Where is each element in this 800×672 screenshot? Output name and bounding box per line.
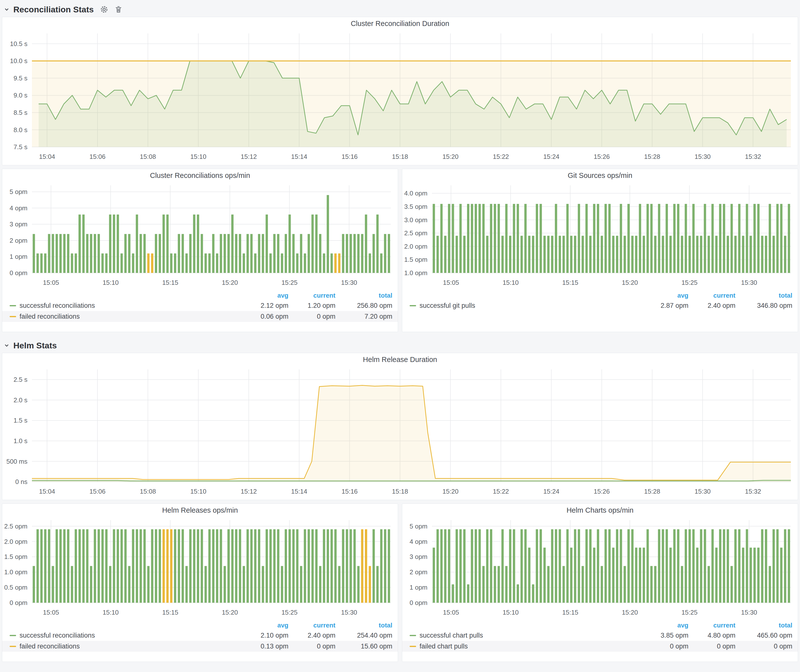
svg-text:15:08: 15:08 bbox=[140, 488, 156, 495]
legend-col-avg[interactable]: avg bbox=[242, 622, 288, 629]
chevron-down-icon[interactable] bbox=[3, 342, 10, 349]
svg-text:15:30: 15:30 bbox=[341, 279, 357, 286]
svg-text:1 opm: 1 opm bbox=[10, 253, 27, 260]
svg-text:3.5 opm: 3.5 opm bbox=[404, 203, 427, 210]
svg-text:15:25: 15:25 bbox=[682, 609, 698, 616]
legend-label: successful git pulls bbox=[419, 302, 642, 310]
legend-row-failed-chart-pulls[interactable]: failed chart pulls 0 opm 0 opm 0 opm bbox=[402, 641, 798, 652]
svg-text:2.0 s: 2.0 s bbox=[14, 396, 27, 404]
svg-text:4 opm: 4 opm bbox=[10, 204, 27, 212]
svg-text:15:24: 15:24 bbox=[543, 153, 559, 160]
svg-text:3 opm: 3 opm bbox=[410, 553, 427, 560]
svg-text:5 opm: 5 opm bbox=[410, 523, 427, 530]
legend-col-avg[interactable]: avg bbox=[242, 292, 288, 299]
svg-text:15:18: 15:18 bbox=[392, 153, 408, 160]
legend-avg: 2.12 opm bbox=[242, 302, 288, 310]
svg-text:1.0 opm: 1.0 opm bbox=[404, 269, 427, 277]
legend-header: avg current total bbox=[402, 621, 798, 630]
svg-text:1.5 opm: 1.5 opm bbox=[4, 553, 27, 560]
cluster-reconciliations-ops-chart[interactable]: 5 opm4 opm3 opm2 opm1 opm0 opm15:0515:10… bbox=[2, 182, 397, 291]
svg-text:1.5 opm: 1.5 opm bbox=[404, 256, 427, 263]
svg-text:15:20: 15:20 bbox=[442, 153, 458, 160]
legend-row-failed-reconciliations[interactable]: failed reconciliations 0.13 opm 0 opm 15… bbox=[2, 641, 398, 652]
svg-text:15:20: 15:20 bbox=[222, 279, 238, 286]
legend-helm-releases: avg current total successful reconciliat… bbox=[2, 621, 398, 653]
series-color-dash bbox=[10, 305, 16, 306]
legend-col-avg[interactable]: avg bbox=[642, 622, 688, 629]
svg-text:15:25: 15:25 bbox=[282, 609, 298, 616]
svg-text:0 opm: 0 opm bbox=[10, 599, 27, 606]
panel-title-helm-releases-ops[interactable]: Helm Releases ops/min bbox=[2, 504, 398, 517]
panel-helm-releases-ops: Helm Releases ops/min 2.5 opm2.0 opm1.5 … bbox=[2, 504, 398, 662]
legend-col-avg[interactable]: avg bbox=[642, 292, 688, 299]
section-title-reconciliation[interactable]: Reconciliation Stats bbox=[13, 5, 94, 14]
svg-text:15:06: 15:06 bbox=[89, 488, 106, 495]
svg-text:15:10: 15:10 bbox=[190, 488, 206, 495]
legend-col-current[interactable]: current bbox=[688, 292, 736, 299]
legend-total: 254.40 opm bbox=[336, 632, 392, 639]
svg-text:10.5 s: 10.5 s bbox=[10, 40, 27, 48]
legend-row-successful-reconciliations[interactable]: successful reconciliations 2.10 opm 2.40… bbox=[2, 630, 398, 641]
helm-release-duration-chart[interactable]: 2.5 s2.0 s1.5 s1.0 s500 ms0 ns15:0415:06… bbox=[2, 366, 797, 499]
legend-row-failed-reconciliations[interactable]: failed reconciliations 0.06 opm 0 opm 7.… bbox=[2, 311, 398, 322]
svg-text:15:32: 15:32 bbox=[745, 488, 761, 495]
chevron-down-icon[interactable] bbox=[3, 6, 10, 13]
svg-text:0 ns: 0 ns bbox=[15, 478, 27, 485]
trash-icon[interactable] bbox=[113, 4, 124, 15]
svg-text:15:22: 15:22 bbox=[493, 153, 509, 160]
svg-text:9.0 s: 9.0 s bbox=[14, 91, 27, 99]
svg-text:15:20: 15:20 bbox=[622, 279, 638, 286]
legend-col-current[interactable]: current bbox=[288, 292, 336, 299]
svg-text:4 opm: 4 opm bbox=[410, 538, 427, 545]
svg-text:15:05: 15:05 bbox=[43, 279, 59, 286]
panel-title-git-sources-ops[interactable]: Git Sources ops/min bbox=[402, 169, 798, 182]
series-color-dash bbox=[410, 305, 416, 306]
legend-row-successful-chart-pulls[interactable]: successful chart pulls 3.85 opm 4.80 opm… bbox=[402, 630, 798, 641]
legend-current: 4.80 opm bbox=[688, 632, 736, 639]
legend-col-current[interactable]: current bbox=[288, 622, 336, 629]
series-color-dash bbox=[10, 635, 16, 636]
svg-text:15:15: 15:15 bbox=[562, 279, 578, 286]
gear-icon[interactable] bbox=[99, 4, 110, 15]
section-helm-stats: Helm Stats bbox=[2, 338, 798, 353]
legend-current: 2.40 opm bbox=[288, 632, 336, 639]
git-sources-ops-chart[interactable]: 4.0 opm3.5 opm3.0 opm2.5 opm2.0 opm1.5 o… bbox=[402, 182, 797, 291]
panel-title-helm-charts-ops[interactable]: Helm Charts ops/min bbox=[402, 504, 798, 517]
section-title-helm[interactable]: Helm Stats bbox=[13, 341, 57, 350]
legend-total: 15.60 opm bbox=[336, 643, 392, 650]
svg-text:15:14: 15:14 bbox=[291, 153, 307, 160]
legend-col-total[interactable]: total bbox=[336, 292, 392, 299]
legend-row-successful-git-pulls[interactable]: successful git pulls 2.87 opm 2.40 opm 3… bbox=[402, 300, 798, 311]
svg-text:15:12: 15:12 bbox=[241, 488, 257, 495]
legend-col-total[interactable]: total bbox=[336, 622, 392, 629]
legend-col-total[interactable]: total bbox=[736, 292, 792, 299]
legend-total: 465.60 opm bbox=[736, 632, 792, 639]
svg-text:15:30: 15:30 bbox=[741, 609, 757, 616]
legend-row-successful-reconciliations[interactable]: successful reconciliations 2.12 opm 1.20… bbox=[2, 300, 398, 311]
helm-releases-ops-chart[interactable]: 2.5 opm2.0 opm1.5 opm1.0 opm0.5 opm0 opm… bbox=[2, 517, 397, 621]
legend-header: avg current total bbox=[402, 291, 798, 300]
legend-current: 2.40 opm bbox=[688, 302, 736, 310]
series-color-dash bbox=[410, 646, 416, 647]
panel-title-helm-release-duration[interactable]: Helm Release Duration bbox=[2, 353, 798, 366]
svg-text:15:26: 15:26 bbox=[594, 488, 610, 495]
helm-charts-ops-chart[interactable]: 5 opm4 opm3 opm2 opm1 opm0 opm15:0515:10… bbox=[402, 517, 797, 621]
svg-text:15:30: 15:30 bbox=[694, 488, 711, 495]
legend-cluster-reconciliations: avg current total successful reconciliat… bbox=[2, 291, 398, 323]
svg-text:5 opm: 5 opm bbox=[10, 188, 27, 195]
svg-text:15:04: 15:04 bbox=[39, 488, 55, 495]
panel-title-cluster-reconciliations-ops[interactable]: Cluster Reconciliations ops/min bbox=[2, 169, 398, 182]
panel-cluster-reconciliations-ops: Cluster Reconciliations ops/min 5 opm4 o… bbox=[2, 169, 398, 332]
svg-text:15:15: 15:15 bbox=[562, 609, 578, 616]
svg-text:15:16: 15:16 bbox=[342, 153, 358, 160]
legend-total: 0 opm bbox=[736, 643, 792, 650]
legend-helm-charts: avg current total successful chart pulls… bbox=[402, 621, 798, 653]
panel-title-cluster-reconciliation-duration[interactable]: Cluster Reconciliation Duration bbox=[2, 17, 798, 30]
legend-label: failed reconciliations bbox=[19, 313, 242, 320]
legend-col-total[interactable]: total bbox=[736, 622, 792, 629]
svg-text:15:18: 15:18 bbox=[392, 488, 408, 495]
cluster-reconciliation-duration-chart[interactable]: 10.5 s10.0 s9.5 s9.0 s8.5 s8.0 s7.5 s15:… bbox=[2, 30, 797, 165]
svg-text:15:10: 15:10 bbox=[502, 279, 519, 286]
svg-text:15:10: 15:10 bbox=[502, 609, 519, 616]
legend-col-current[interactable]: current bbox=[688, 622, 736, 629]
